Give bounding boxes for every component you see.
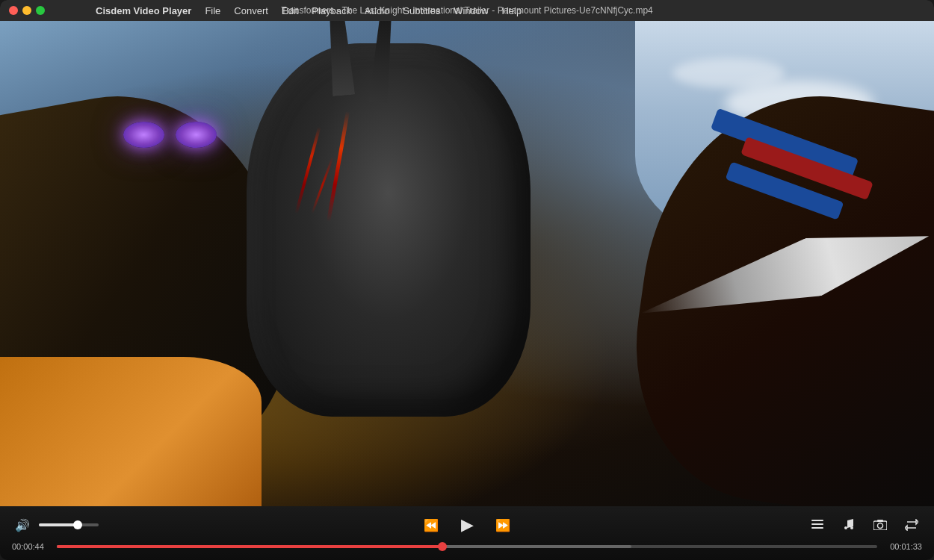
svg-rect-1 — [811, 523, 823, 525]
controls-top-row: 🔊 ⏪ ▶ ⏩ — [12, 512, 922, 538]
menu-bar: Cisdem Video Player File Convert Edit Pl… — [45, 0, 528, 21]
close-button[interactable] — [9, 6, 18, 15]
volume-icon[interactable]: 🔊 — [12, 514, 33, 535]
menu-edit[interactable]: Edit — [276, 4, 304, 18]
menu-subtitles[interactable]: Subtitles — [397, 4, 446, 18]
menu-playback[interactable]: Playback — [306, 4, 357, 18]
robot-eye-left — [123, 122, 164, 148]
robot-eye-right — [176, 122, 217, 148]
total-time: 00:01:33 — [886, 542, 922, 551]
menu-convert[interactable]: Convert — [228, 4, 274, 18]
maximize-button[interactable] — [36, 6, 45, 15]
playlist-button[interactable] — [807, 514, 828, 535]
volume-control: 🔊 — [12, 514, 99, 535]
video-background — [0, 21, 934, 506]
svg-rect-0 — [811, 520, 823, 521]
video-frame — [0, 21, 934, 506]
yellow-element — [0, 357, 262, 506]
volume-thumb[interactable] — [73, 520, 82, 529]
repeat-button[interactable] — [901, 514, 922, 535]
progress-track[interactable] — [57, 545, 877, 548]
battle-damage — [262, 96, 411, 320]
svg-rect-5 — [877, 520, 883, 522]
controls-center: ⏪ ▶ ⏩ — [421, 514, 513, 535]
menu-help[interactable]: Help — [495, 4, 528, 18]
fast-forward-button[interactable]: ⏩ — [492, 514, 513, 535]
controls-right — [513, 514, 922, 535]
svg-rect-2 — [811, 527, 823, 529]
current-time: 00:00:44 — [12, 542, 48, 551]
music-button[interactable] — [838, 514, 859, 535]
menu-audio[interactable]: Audio — [359, 4, 395, 18]
menu-window[interactable]: Window — [448, 4, 494, 18]
screenshot-button[interactable] — [870, 514, 891, 535]
volume-fill — [39, 523, 78, 526]
volume-slider[interactable] — [39, 523, 99, 526]
minimize-button[interactable] — [22, 6, 31, 15]
progress-thumb[interactable] — [438, 542, 447, 551]
play-button[interactable]: ▶ — [457, 514, 477, 535]
video-container[interactable] — [0, 21, 934, 506]
cloud-2 — [672, 58, 785, 88]
controls-left: 🔊 — [12, 514, 421, 535]
controls-bar: 🔊 ⏪ ▶ ⏩ — [0, 506, 934, 560]
svg-point-4 — [878, 523, 883, 529]
rewind-button[interactable]: ⏪ — [421, 514, 442, 535]
progress-fill — [57, 545, 442, 548]
menu-file[interactable]: File — [199, 4, 226, 18]
app-name[interactable]: Cisdem Video Player — [90, 4, 197, 18]
traffic-lights — [0, 6, 45, 15]
progress-row: 00:00:44 00:01:33 — [12, 538, 922, 556]
title-bar: Cisdem Video Player File Convert Edit Pl… — [0, 0, 934, 21]
